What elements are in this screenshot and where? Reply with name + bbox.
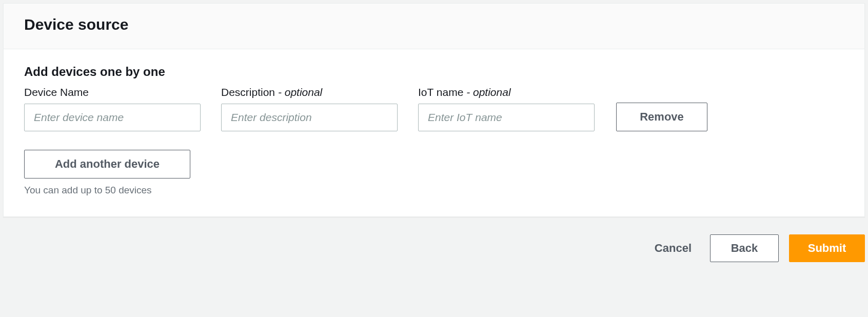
description-label-base: Description bbox=[221, 86, 275, 98]
device-name-field: Device Name bbox=[24, 86, 201, 131]
iot-name-label-base: IoT name bbox=[418, 86, 463, 98]
iot-name-label: IoT name - optional bbox=[418, 86, 595, 98]
iot-name-field: IoT name - optional bbox=[418, 86, 595, 131]
description-label-optional: - optional bbox=[275, 86, 322, 98]
description-label: Description - optional bbox=[221, 86, 398, 98]
panel-header: Device source bbox=[4, 4, 864, 49]
panel-title: Device source bbox=[24, 16, 844, 33]
cancel-button[interactable]: Cancel bbox=[646, 242, 700, 255]
iot-name-label-optional: - optional bbox=[463, 86, 510, 98]
device-name-label: Device Name bbox=[24, 86, 201, 98]
add-another-device-button[interactable]: Add another device bbox=[24, 150, 190, 179]
device-name-input[interactable] bbox=[24, 104, 201, 131]
remove-button[interactable]: Remove bbox=[616, 103, 707, 131]
iot-name-input[interactable] bbox=[418, 104, 595, 131]
device-row: Device Name Description - optional IoT n… bbox=[24, 86, 844, 131]
device-source-panel: Device source Add devices one by one Dev… bbox=[3, 3, 865, 217]
description-input[interactable] bbox=[221, 104, 398, 131]
helper-text: You can add up to 50 devices bbox=[24, 185, 844, 196]
submit-button[interactable]: Submit bbox=[789, 234, 865, 262]
footer-actions: Cancel Back Submit bbox=[0, 220, 868, 262]
section-title: Add devices one by one bbox=[24, 65, 844, 79]
back-button[interactable]: Back bbox=[710, 234, 779, 262]
description-field: Description - optional bbox=[221, 86, 398, 131]
panel-body: Add devices one by one Device Name Descr… bbox=[4, 49, 864, 216]
